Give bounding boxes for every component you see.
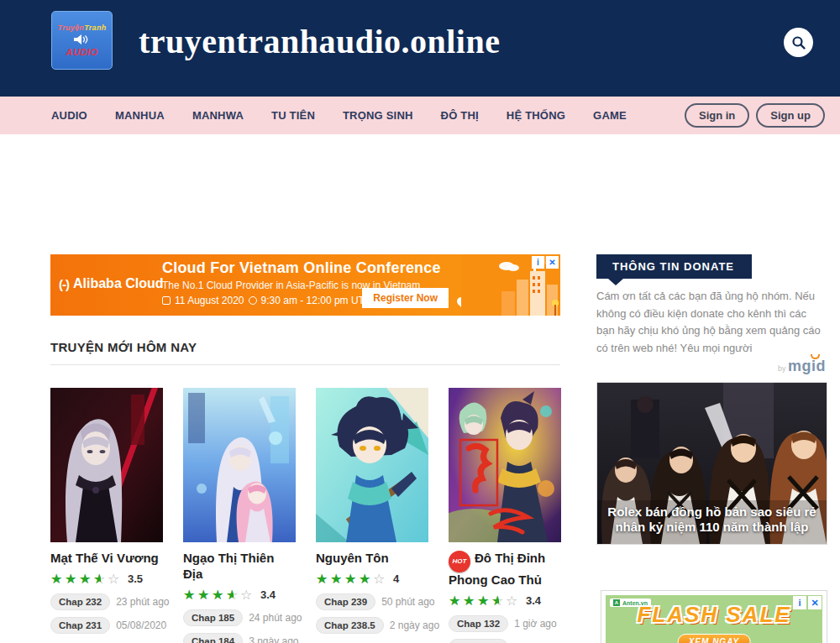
chapter-time: 23 phút ago	[116, 596, 169, 608]
chapter-row: Chap 232 23 phút ago	[50, 593, 163, 610]
chapter-button[interactable]: Chap 131	[449, 639, 508, 643]
hot-badge: HOT	[449, 551, 470, 572]
chapter-button[interactable]: Chap 132	[449, 615, 508, 632]
chapter-time: 1 giờ ago	[514, 618, 557, 630]
xem-ngay-button[interactable]: XEM NGAY	[678, 634, 751, 643]
chapter-time: 2 ngày ago	[390, 619, 439, 631]
rating-value: 3.5	[128, 572, 143, 585]
chapter-time: 50 phút ago	[381, 596, 434, 608]
comic-title[interactable]: Ngạo Thị Thiên Địa	[183, 551, 296, 583]
nav-item-tu-tien[interactable]: TU TIÊN	[271, 109, 315, 122]
sign-up-button[interactable]: Sign up	[756, 103, 825, 128]
rating-row: ☆★☆★☆★☆★☆★ 3.5	[50, 571, 163, 587]
ad-title: Cloud For Vietnam Online Conference	[162, 259, 441, 277]
flash-sale-title: FLASH SALE	[606, 602, 822, 628]
speaker-icon	[73, 34, 92, 45]
rating-row: ☆★☆★☆★☆★☆★ 3.4	[449, 593, 561, 609]
alibaba-cloud-logo: (-) Alibaba Cloud	[59, 276, 164, 291]
comic-card: HOTĐô Thị Đỉnh Phong Cao Thủ ☆★☆★☆★☆★☆★ …	[449, 388, 561, 643]
mgid-logo: mgid	[788, 358, 826, 374]
search-button[interactable]	[784, 28, 813, 57]
rating-row: ☆★☆★☆★☆★☆★ 4	[316, 571, 428, 587]
sign-in-button[interactable]: Sign in	[685, 103, 749, 128]
chapter-button[interactable]: Chap 239	[316, 593, 375, 610]
chapter-button[interactable]: Chap 185	[183, 609, 243, 626]
native-ad[interactable]: Rolex bán đồng hồ bản sao siêu rẻ nhân k…	[596, 382, 827, 545]
mgid-by-label: by	[778, 364, 788, 373]
comic-card: Mạt Thế Vi Vương ☆★☆★☆★☆★☆★ 3.5 Chap 232…	[50, 388, 163, 643]
flash-sale-inner: A Anten.vn i ✕ FLASH SALE XEM NGAY	[606, 595, 822, 643]
nav-item-he-thong[interactable]: HỆ THỐNG	[507, 109, 565, 122]
main-nav: AUDIO MANHUA MANHWA TU TIÊN TRỌNG SINH Đ…	[0, 97, 840, 134]
chapter-button[interactable]: Chap 238.5	[316, 617, 384, 634]
comics-grid: Mạt Thế Vi Vương ☆★☆★☆★☆★☆★ 3.5 Chap 232…	[50, 388, 560, 643]
nav-item-audio[interactable]: AUDIO	[51, 109, 87, 122]
chapter-row: Chap 132 1 giờ ago	[449, 615, 561, 632]
auth-buttons: Sign in Sign up	[685, 103, 825, 128]
logo-text-top: TruyệnTranh	[58, 24, 107, 32]
nav-item-manhwa[interactable]: MANHWA	[192, 109, 244, 122]
chapter-time: 24 phút ago	[249, 612, 302, 624]
donate-text: Cám ơn tất cả các bạn đã ủng hộ nhóm. Nế…	[596, 288, 827, 357]
comic-cover[interactable]	[183, 388, 296, 542]
chapter-button[interactable]: Chap 232	[50, 593, 110, 610]
comic-title[interactable]: HOTĐô Thị Đỉnh Phong Cao Thủ	[449, 551, 561, 588]
site-header: TruyệnTranh AUDIO truyentranhaudio.onlin…	[0, 0, 840, 97]
calendar-icon	[162, 296, 171, 305]
site-title[interactable]: truyentranhaudio.online	[139, 22, 500, 61]
rating-value: 4	[393, 572, 399, 585]
logo-text-audio: AUDIO	[66, 47, 98, 57]
nav-item-trong-sinh[interactable]: TRỌNG SINH	[343, 109, 413, 122]
ad-info-icon[interactable]: i	[532, 256, 544, 269]
comic-cover[interactable]	[449, 388, 561, 542]
nav-item-manhua[interactable]: MANHUA	[115, 109, 165, 122]
advertiser-name: Alibaba Cloud	[73, 276, 164, 291]
native-ad-caption: Rolex bán đồng hồ bản sao siêu rẻ nhân k…	[602, 504, 822, 536]
chapter-time: 05/08/2020	[116, 619, 166, 631]
register-now-button[interactable]: Register Now	[362, 288, 449, 308]
page: TruyệnTranh AUDIO truyentranhaudio.onlin…	[0, 0, 840, 643]
nav-items: AUDIO MANHUA MANHWA TU TIÊN TRỌNG SINH Đ…	[51, 109, 627, 122]
nav-item-game[interactable]: GAME	[593, 109, 627, 122]
chapter-row: Chap 185 24 phút ago	[183, 609, 296, 626]
rating-value: 3.4	[526, 594, 541, 607]
search-icon	[791, 35, 806, 50]
rating-row: ☆★☆★☆★☆★☆★ 3.4	[183, 587, 296, 603]
mgid-attribution[interactable]: by mgid	[778, 358, 826, 375]
star-rating: ☆★☆★☆★☆★☆★	[449, 593, 520, 609]
chapter-row: Chap 239 50 phút ago	[316, 593, 428, 610]
chapter-row: Chap 184 3 ngày ago	[183, 633, 296, 643]
alibaba-bracket-icon: (-)	[59, 277, 69, 291]
section-divider	[50, 364, 560, 365]
donate-heading: THÔNG TIN DONATE	[596, 254, 752, 279]
chapter-time: 3 ngày ago	[249, 635, 298, 643]
leaderboard-ad[interactable]: (-) Alibaba Cloud Cloud For Vietnam Onli…	[50, 254, 560, 316]
chapter-button[interactable]: Chap 231	[50, 617, 110, 634]
chapter-row: Chap 231 05/08/2020	[50, 617, 163, 634]
ad-close-icon[interactable]: ✕	[546, 256, 559, 269]
rating-value: 3.4	[260, 588, 276, 601]
comic-title[interactable]: Mạt Thế Vi Vương	[50, 551, 163, 567]
site-logo[interactable]: TruyệnTranh AUDIO	[51, 11, 113, 70]
comic-card: Ngạo Thị Thiên Địa ☆★☆★☆★☆★☆★ 3.4 Chap 1…	[183, 388, 296, 643]
comic-cover[interactable]	[316, 388, 428, 542]
section-title: TRUYỆN MỚI HÔM NAY	[50, 340, 197, 354]
chapter-button[interactable]: Chap 184	[183, 633, 243, 643]
comic-cover[interactable]	[50, 388, 163, 542]
star-rating: ☆★☆★☆★☆★☆★	[316, 571, 387, 587]
chapter-row: Chap 238.5 2 ngày ago	[316, 617, 428, 634]
flash-sale-ad[interactable]: A Anten.vn i ✕ FLASH SALE XEM NGAY	[601, 590, 827, 643]
ad-date: 11 August 2020	[175, 295, 244, 306]
star-rating: ☆★☆★☆★☆★☆★	[50, 571, 122, 587]
nav-item-do-thi[interactable]: ĐÔ THỊ	[441, 109, 479, 122]
comic-card: Nguyên Tôn ☆★☆★☆★☆★☆★ 4 Chap 239 50 phút…	[316, 388, 428, 643]
star-rating: ☆★☆★☆★☆★☆★	[183, 587, 255, 603]
chapter-row: Chap 131 05/08/2020	[449, 639, 561, 643]
comic-title[interactable]: Nguyên Tôn	[316, 551, 428, 567]
adchoices-controls: i ✕	[532, 256, 559, 269]
clock-icon	[249, 296, 257, 305]
